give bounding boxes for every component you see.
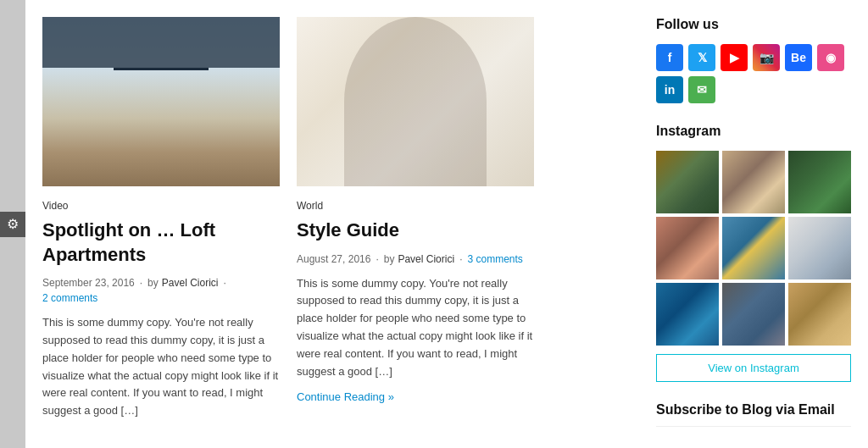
article-comments-loft[interactable]: 2 comments <box>42 292 97 304</box>
article-author-loft[interactable]: Pavel Ciorici <box>162 277 219 289</box>
article-comments-style[interactable]: 3 comments <box>467 253 522 265</box>
article-card-loft: Video Spotlight on … Loft Apartments Sep… <box>42 17 280 448</box>
youtube-icon[interactable]: ▶ <box>721 44 748 71</box>
view-instagram-button[interactable]: View on Instagram <box>656 354 851 382</box>
instagram-title: Instagram <box>656 124 851 139</box>
separator2: · <box>223 277 225 289</box>
dribbble-icon[interactable]: ◉ <box>817 44 844 71</box>
instagram-post-1[interactable] <box>656 151 719 213</box>
email-icon[interactable]: ✉ <box>688 76 715 103</box>
instagram-post-6[interactable] <box>788 217 851 279</box>
article-title-loft: Spotlight on … Loft Apartments <box>42 218 280 267</box>
subscribe-title: Subscribe to Blog via Email <box>656 402 851 418</box>
article-meta-style: August 27, 2016 · by Pavel Ciorici · 3 c… <box>297 253 534 265</box>
article-date-loft: September 23, 2016 <box>42 277 135 289</box>
follow-title: Follow us <box>656 17 851 32</box>
article-meta-loft: September 23, 2016 · by Pavel Ciorici · … <box>42 277 280 304</box>
sidebar: Follow us f 𝕏 ▶ 📷 Be ◉ in ✉ Instagram <box>648 17 851 448</box>
instagram-post-4[interactable] <box>656 217 719 279</box>
article-card-style: World Style Guide August 27, 2016 · by P… <box>297 17 534 448</box>
social-icons: f 𝕏 ▶ 📷 Be ◉ in ✉ <box>656 44 851 103</box>
article-title-style: Style Guide <box>297 218 534 243</box>
instagram-post-3[interactable] <box>788 151 851 213</box>
article-author-style[interactable]: Pavel Ciorici <box>398 253 454 265</box>
linkedin-icon[interactable]: in <box>656 76 683 103</box>
separator: · <box>140 277 142 289</box>
settings-button[interactable]: ⚙ <box>0 212 25 237</box>
instagram-section: Instagram View on Instagram <box>656 124 851 382</box>
article-image-style <box>297 17 534 186</box>
continue-reading-link[interactable]: Continue Reading » <box>297 390 394 403</box>
article-category-loft: Video <box>42 200 280 212</box>
instagram-post-9[interactable] <box>788 283 851 346</box>
article-category-style: World <box>297 200 534 212</box>
main-content: Video Spotlight on … Loft Apartments Sep… <box>42 17 851 448</box>
instagram-grid <box>656 151 851 346</box>
separator3: · <box>376 253 378 265</box>
by-label-loft: by <box>147 277 159 289</box>
facebook-icon[interactable]: f <box>656 44 683 71</box>
by-label-style: by <box>384 253 395 265</box>
twitter-icon[interactable]: 𝕏 <box>688 44 715 71</box>
instagram-post-8[interactable] <box>722 283 785 346</box>
gear-icon: ⚙ <box>7 216 19 232</box>
instagram-post-7[interactable] <box>656 283 719 346</box>
article-body-style: This is some dummy copy. You're not real… <box>297 275 534 381</box>
behance-icon[interactable]: Be <box>785 44 812 71</box>
instagram-icon[interactable]: 📷 <box>753 44 780 71</box>
article-date-style: August 27, 2016 <box>297 253 370 265</box>
separator4: · <box>459 253 462 265</box>
instagram-post-5[interactable] <box>722 217 785 279</box>
article-image-loft <box>42 17 280 186</box>
instagram-post-2[interactable] <box>722 151 785 213</box>
subscribe-section: Subscribe to Blog via Email <box>656 402 851 427</box>
page-wrapper: Video Spotlight on … Loft Apartments Sep… <box>25 0 868 448</box>
articles-area: Video Spotlight on … Loft Apartments Sep… <box>42 17 622 448</box>
divider <box>656 426 851 427</box>
follow-section: Follow us f 𝕏 ▶ 📷 Be ◉ in ✉ <box>656 17 851 103</box>
article-body-loft: This is some dummy copy. You're not real… <box>42 314 280 420</box>
